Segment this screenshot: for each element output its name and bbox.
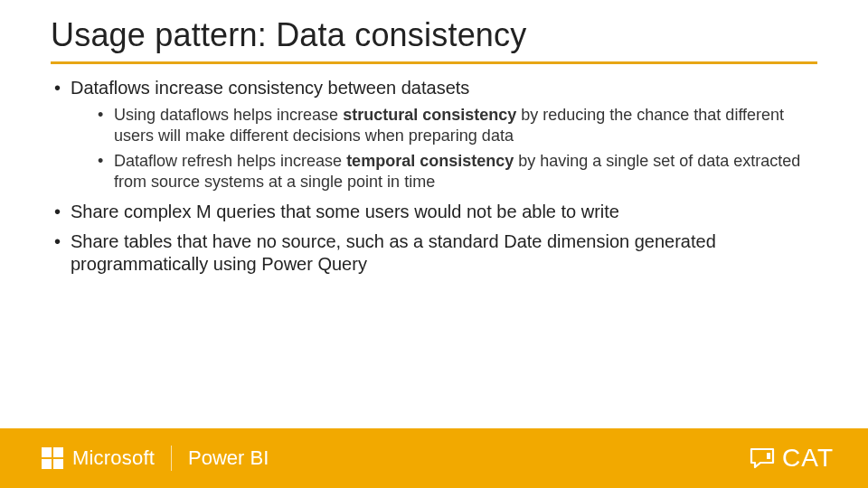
bullet-1: Dataflows increase consistency between d…	[54, 77, 814, 192]
microsoft-wordmark: Microsoft	[72, 446, 155, 470]
bullet-1-sublist: Using dataflows helps increase structura…	[71, 105, 814, 192]
speech-bubble-icon	[750, 447, 775, 469]
slide-body: Dataflows increase consistency between d…	[0, 77, 868, 276]
bullet-1b: Dataflow refresh helps increase temporal…	[98, 151, 814, 192]
powerbi-wordmark: Power BI	[188, 446, 269, 470]
bullet-1a: Using dataflows helps increase structura…	[98, 105, 814, 145]
bullet-2: Share complex M queries that some users …	[54, 201, 814, 223]
bullet-list: Dataflows increase consistency between d…	[54, 77, 814, 276]
bullet-3: Share tables that have no source, such a…	[54, 230, 814, 276]
svg-rect-0	[767, 453, 770, 459]
bullet-2-text: Share complex M queries that some users …	[71, 202, 619, 221]
microsoft-squares-icon	[42, 447, 63, 469]
footer-bar: Microsoft Power BI CAT	[0, 428, 868, 488]
bullet-1b-pre: Dataflow refresh helps increase	[114, 152, 346, 170]
vertical-divider	[171, 446, 172, 471]
bullet-1-text: Dataflows increase consistency between d…	[71, 78, 469, 98]
bullet-1a-bold: structural consistency	[343, 106, 516, 124]
cat-logo: CAT	[750, 444, 834, 473]
title-underline	[51, 61, 817, 64]
bullet-1a-pre: Using dataflows helps increase	[114, 106, 343, 124]
slide: Usage pattern: Data consistency Dataflow…	[0, 0, 868, 488]
microsoft-logo: Microsoft	[42, 446, 155, 470]
slide-title: Usage pattern: Data consistency	[0, 0, 868, 61]
cat-wordmark: CAT	[782, 444, 834, 473]
bullet-1b-bold: temporal consistency	[346, 152, 514, 170]
bullet-3-text: Share tables that have no source, such a…	[71, 231, 716, 274]
footer-brands: Microsoft Power BI	[42, 446, 269, 471]
